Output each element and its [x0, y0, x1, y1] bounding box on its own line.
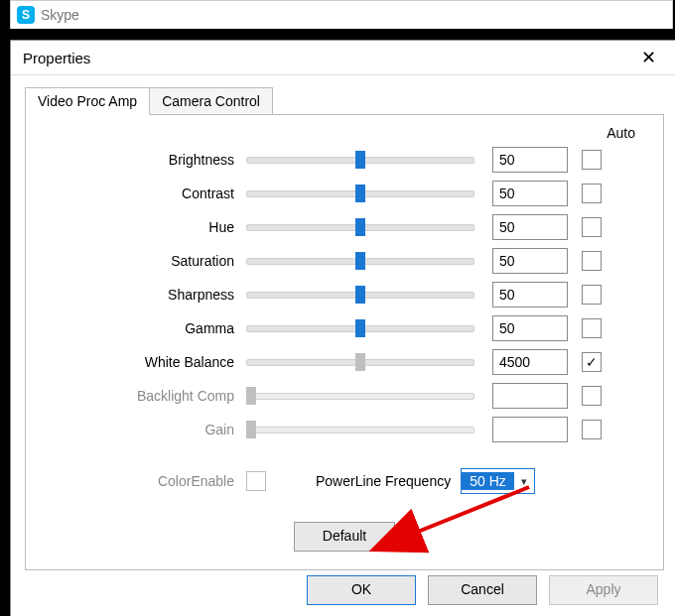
close-button[interactable]: ✕	[633, 45, 664, 70]
value-gamma[interactable]	[492, 315, 568, 341]
value-contrast[interactable]	[492, 181, 568, 206]
skype-logo-icon: S	[17, 6, 35, 24]
label-color-enable: ColorEnable	[36, 473, 246, 489]
slider-gamma[interactable]	[246, 318, 474, 338]
tab-panel-video-proc-amp: Auto Brightness Contrast Hue	[25, 114, 664, 570]
label-powerline-frequency: PowerLine Frequency	[316, 473, 451, 489]
checkbox-color-enable	[246, 471, 266, 491]
label-contrast: Contrast	[36, 185, 246, 201]
tab-video-proc-amp[interactable]: Video Proc Amp	[25, 87, 150, 115]
value-brightness[interactable]	[492, 147, 568, 173]
slider-backlight-comp	[246, 386, 474, 406]
tab-strip: Video Proc Amp Camera Control	[25, 87, 675, 115]
powerline-selected-value: 50 Hz	[462, 472, 514, 490]
properties-dialog: Properties ✕ Video Proc Amp Camera Contr…	[10, 40, 675, 616]
label-gamma: Gamma	[36, 320, 246, 336]
slider-hue[interactable]	[246, 217, 474, 237]
label-brightness: Brightness	[36, 152, 246, 168]
value-saturation[interactable]	[492, 248, 568, 274]
auto-checkbox-saturation[interactable]	[582, 251, 602, 271]
slider-brightness[interactable]	[246, 150, 474, 170]
row-hue: Hue	[36, 210, 653, 244]
skype-app-name: Skype	[41, 7, 79, 23]
value-sharpness[interactable]	[492, 282, 568, 308]
ok-button[interactable]: OK	[307, 575, 416, 605]
value-white-balance[interactable]	[492, 349, 568, 375]
row-white-balance: White Balance ✓	[36, 345, 653, 379]
dialog-title: Properties	[23, 50, 90, 66]
apply-button: Apply	[549, 575, 658, 605]
label-backlight-comp: Backlight Comp	[36, 388, 246, 404]
default-button[interactable]: Default	[294, 522, 395, 552]
row-brightness: Brightness	[36, 143, 653, 177]
row-gamma: Gamma	[36, 311, 653, 345]
tab-camera-control[interactable]: Camera Control	[149, 87, 273, 115]
auto-checkbox-gain	[582, 420, 602, 439]
slider-sharpness[interactable]	[246, 285, 474, 305]
label-gain: Gain	[36, 422, 246, 437]
chevron-down-icon: ▾	[514, 475, 534, 488]
value-gain	[492, 417, 568, 442]
label-sharpness: Sharpness	[36, 287, 246, 303]
row-sharpness: Sharpness	[36, 278, 653, 311]
select-powerline-frequency[interactable]: 50 Hz ▾	[461, 468, 535, 494]
label-hue: Hue	[36, 219, 246, 235]
auto-checkbox-gamma[interactable]	[582, 318, 602, 338]
row-gain: Gain	[36, 413, 653, 446]
slider-contrast[interactable]	[246, 184, 474, 203]
row-backlight-comp: Backlight Comp	[36, 379, 653, 413]
extras-row: ColorEnable PowerLine Frequency 50 Hz ▾	[36, 468, 653, 494]
dialog-button-row: OK Cancel Apply	[307, 575, 658, 605]
auto-checkbox-white-balance[interactable]: ✓	[582, 352, 602, 372]
row-contrast: Contrast	[36, 177, 653, 210]
slider-gain	[246, 420, 474, 439]
label-saturation: Saturation	[36, 253, 246, 269]
auto-column-header: Auto	[36, 125, 653, 141]
value-backlight-comp	[492, 383, 568, 409]
auto-checkbox-contrast[interactable]	[582, 184, 602, 203]
auto-checkbox-sharpness[interactable]	[582, 285, 602, 305]
slider-saturation[interactable]	[246, 251, 474, 271]
dialog-titlebar: Properties ✕	[11, 41, 675, 75]
auto-checkbox-hue[interactable]	[582, 217, 602, 237]
value-hue[interactable]	[492, 214, 568, 240]
label-white-balance: White Balance	[36, 354, 246, 370]
auto-checkbox-backlight-comp	[582, 386, 602, 406]
row-saturation: Saturation	[36, 244, 653, 278]
skype-window-titlebar: S Skype	[10, 0, 673, 29]
cancel-button[interactable]: Cancel	[428, 575, 537, 605]
auto-checkbox-brightness[interactable]	[582, 150, 602, 170]
slider-white-balance[interactable]	[246, 352, 474, 372]
